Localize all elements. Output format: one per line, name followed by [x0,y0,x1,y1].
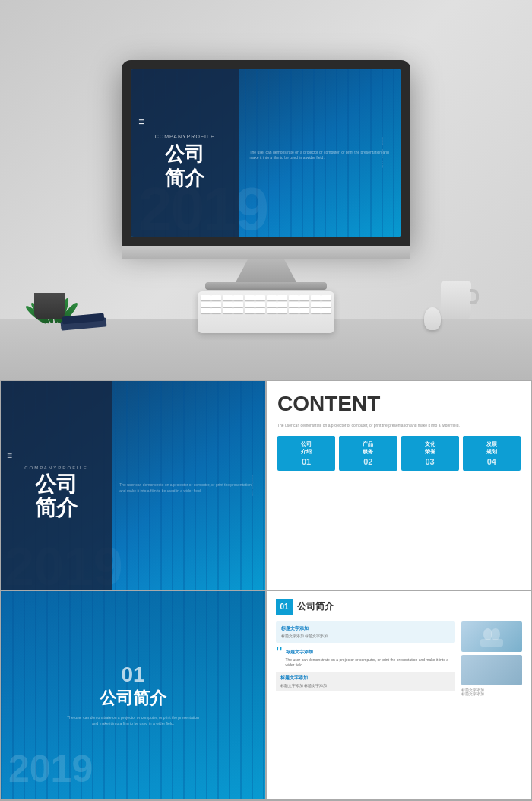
detail-header: 01 公司简介 [276,599,522,615]
key [255,308,265,313]
key [321,308,331,313]
section-content: 01 公司简介 The user can demonstrate on a pr… [65,663,201,726]
key [267,302,277,307]
content-box-3: 文化荣誉 03 [401,436,459,471]
key [245,295,255,300]
key [289,295,299,300]
slide-cover-right: The user can demonstrate on a projector … [239,135,401,172]
monitor-body: 2019 ≡ COMPANYPROFILE 公司简介 The user can … [122,60,410,246]
content-box-3-title: 文化荣誉 [404,440,456,456]
slides-grid: 2019 ≡ COMPANYPROFILE 公司简介 The user can … [0,380,532,801]
slide1-desc: The user can demonstrate on a projector … [119,482,258,494]
key [311,308,321,313]
content-box-4: 发展规划 04 [463,436,521,471]
slide-cover-screen: 2019 ≡ COMPANYPROFILE 公司简介 The user can … [131,69,401,237]
slide-preview-2[interactable]: CONTENT The user can demonstrate on a pr… [266,380,532,590]
key [299,295,309,300]
section-num-label: 01 [65,663,201,687]
slide-description: The user can demonstrate on a projector … [249,150,391,161]
monitor: 2019 ≡ COMPANYPROFILE 公司简介 The user can … [122,60,410,290]
key [267,308,277,313]
detail-card-1-text: 标题文字添加 标题文字添加 [281,634,450,639]
slide1-menu-icon: ≡ [7,450,14,461]
section-year-bg: 2019 [8,747,93,791]
key [223,302,233,307]
slide1-company-profile: COMPANYPROFILE [24,466,88,470]
key [299,308,309,313]
slide1-watermark: www.leeoo.com [250,475,254,496]
content-box-4-num: 04 [466,457,518,466]
watermark: www.leeoo.com [381,137,385,168]
office-content-bottom: 标题文字添加 [1,799,265,800]
content-desc: The user can demonstrate on a projector … [277,422,521,428]
key [211,295,221,300]
desk-mug [441,281,471,319]
content-box-4-title: 发展规划 [466,440,518,456]
slide-preview-4[interactable]: 01 公司简介 标题文字添加 标题文字添加 标题文字添加 " 标题文字添加 Th… [266,590,532,800]
detail-card2: 标题文字添加 标题文字添加 标题文字添加 [276,672,455,691]
title-chinese: 公司简介 [165,142,204,189]
quote-mark: " [276,649,283,658]
slide1-title-zh: 公司简介 [35,473,78,520]
desk-plant [23,228,76,319]
section-title: 公司简介 [65,687,201,710]
key [311,295,321,300]
slide1-right: The user can demonstrate on a projector … [112,381,265,590]
detail-badge: 01 [276,599,293,615]
detail-img-2 [461,655,522,685]
monitor-section: 2019 ≡ COMPANYPROFILE 公司简介 The user can … [0,0,532,380]
svg-rect-2 [480,639,503,647]
keyboard-keys [198,291,334,317]
detail-left: 标题文字添加 标题文字添加 标题文字添加 " 标题文字添加 The user c… [276,621,455,698]
key [289,308,299,313]
key [233,308,243,313]
key [223,295,233,300]
key [299,302,309,307]
key [233,295,243,300]
slide-preview-3[interactable]: 2019 01 公司简介 The user can demonstrate on… [0,590,266,800]
key [201,308,211,313]
slide1-left: ≡ COMPANYPROFILE 公司简介 [1,381,112,590]
company-profile-label: COMPANYPROFILE [155,134,215,139]
content-box-2: 产品服务 02 [339,436,397,471]
detail-card-3-text: 标题文字添加 标题文字添加 [280,683,451,688]
detail-quote: 标题文字添加 The user can demonstrate on a pro… [286,649,455,668]
detail-img-1 [461,621,522,652]
monitor-chin [122,246,410,259]
content-boxes: 公司介绍 01 产品服务 02 文化荣誉 03 发展规划 04 [277,436,521,471]
section-desc: The user can demonstrate on a projector … [65,714,201,726]
key [211,308,221,313]
monitor-base [205,282,327,290]
key [277,295,287,300]
slide-preview-1[interactable]: 2019 ≡ COMPANYPROFILE 公司简介 The user can … [0,380,266,590]
detail-card-2-text: The user can demonstrate on a projector … [286,657,455,668]
key [211,302,221,307]
detail-side-text: 标题文字添加标题文字添加 [461,688,522,698]
mug-handle [470,289,479,304]
key [245,308,255,313]
content-box-1: 公司介绍 01 [277,436,335,471]
content-box-2-title: 产品服务 [342,440,394,456]
content-box-1-title: 公司介绍 [280,440,332,456]
key [201,302,211,307]
key [321,302,331,307]
key [277,302,287,307]
key [267,295,277,300]
key [223,308,233,313]
detail-card-1-title: 标题文字添加 [281,625,450,632]
key [255,302,265,307]
detail-card-3-title: 标题文字添加 [280,675,451,682]
detail-card-2-title: 标题文字添加 [286,649,455,656]
key [321,295,331,300]
key [201,295,211,300]
detail-title: 公司简介 [297,600,334,613]
keyboard [198,291,334,333]
content-box-2-num: 02 [342,457,394,466]
key [289,302,299,307]
monitor-screen: 2019 ≡ COMPANYPROFILE 公司简介 The user can … [131,69,401,237]
key [255,295,265,300]
detail-right: 标题文字添加标题文字添加 [461,621,522,698]
detail-body: 标题文字添加 标题文字添加 标题文字添加 " 标题文字添加 The user c… [276,621,522,698]
key [233,302,243,307]
slide-cover-left: ≡ COMPANYPROFILE 公司简介 [131,69,239,237]
